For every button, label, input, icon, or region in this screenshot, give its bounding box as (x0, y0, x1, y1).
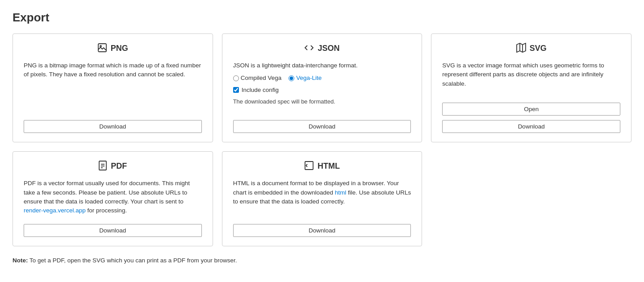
png-description: PNG is a bitmap image format which is ma… (24, 61, 202, 111)
compiled-vega-radio[interactable] (233, 75, 239, 81)
pdf-card-title: PDF (24, 161, 202, 172)
json-title-text: JSON (318, 44, 339, 53)
compiled-vega-label[interactable]: Compiled Vega (233, 74, 282, 83)
json-radio-group: Compiled Vega Vega-Lite (233, 74, 411, 83)
pdf-title-text: PDF (111, 162, 127, 171)
svg-title-text: SVG (530, 44, 547, 53)
svg-card: SVG SVG is a vector image format which u… (431, 33, 631, 142)
svg-open-button[interactable]: Open (442, 103, 620, 116)
html-card-title: HTML (233, 161, 411, 172)
png-card-title: PNG (24, 43, 202, 54)
svg-card-title: SVG (442, 43, 620, 54)
note-label: Note: (13, 257, 28, 264)
html-title-text: HTML (318, 162, 340, 171)
json-card: JSON JSON is a lightweight data-intercha… (222, 33, 422, 142)
html-download-button[interactable]: Download (233, 224, 411, 237)
pdf-description: PDF is a vector format usually used for … (24, 179, 202, 215)
map-icon (516, 43, 526, 54)
html-link-text: html (335, 189, 347, 196)
vega-lite-radio[interactable] (289, 75, 294, 81)
png-title-text: PNG (111, 44, 128, 53)
html-description: HTML is a document format to be displaye… (233, 179, 411, 215)
file-icon (98, 161, 107, 172)
export-grid-row2: PDF PDF is a vector format usually used … (13, 151, 631, 246)
json-description: JSON is a lightweight data-interchange f… (233, 61, 411, 111)
svg-description: SVG is a vector image format which uses … (442, 61, 620, 94)
include-config-label[interactable]: Include config (242, 86, 279, 95)
json-card-title: JSON (233, 43, 411, 54)
vega-lite-label[interactable]: Vega-Lite (289, 74, 322, 83)
html-icon (304, 161, 314, 172)
format-note: The downloaded spec will be formatted. (233, 97, 411, 106)
png-card: PNG PNG is a bitmap image format which i… (13, 33, 213, 142)
png-download-button[interactable]: Download (24, 120, 202, 133)
include-config-group: Include config (233, 86, 411, 95)
svg-point-1 (100, 46, 101, 47)
json-download-button[interactable]: Download (233, 120, 411, 133)
svg-rect-0 (98, 44, 106, 52)
page-title: Export (13, 11, 631, 25)
svg-download-button[interactable]: Download (442, 120, 620, 133)
svg-marker-2 (517, 43, 526, 52)
include-config-checkbox[interactable] (233, 87, 239, 93)
note-section: Note: To get a PDF, open the SVG which y… (13, 257, 631, 264)
code-icon (304, 43, 314, 54)
note-text: To get a PDF, open the SVG which you can… (28, 257, 237, 264)
render-vega-link[interactable]: render-vega.vercel.app (24, 207, 86, 214)
pdf-card: PDF PDF is a vector format usually used … (13, 151, 213, 246)
pdf-download-button[interactable]: Download (24, 224, 202, 237)
svg-line-11 (306, 166, 307, 167)
image-icon (97, 43, 107, 54)
html-card: HTML HTML is a document format to be dis… (222, 151, 422, 246)
export-grid: PNG PNG is a bitmap image format which i… (13, 33, 631, 142)
empty-cell (431, 151, 631, 246)
svg-rect-5 (99, 161, 106, 170)
